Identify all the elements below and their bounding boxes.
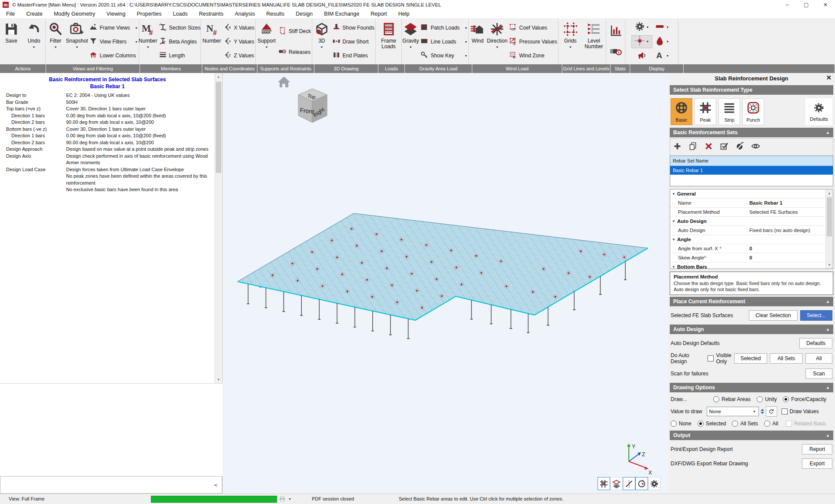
visible-only-checkbox[interactable] (708, 355, 714, 361)
menu-properties[interactable]: Properties (137, 11, 161, 17)
undo-button[interactable]: Undo▼ (23, 19, 45, 64)
scroll-down-icon[interactable]: ▼ (215, 376, 222, 383)
scope-all-sets-radio[interactable] (732, 421, 738, 427)
defaults-button[interactable]: Defaults (805, 98, 832, 125)
view-filters-button[interactable]: View Filters▼ (89, 37, 138, 46)
chevron-down-icon[interactable]: ▼ (462, 54, 468, 57)
chevron-down-icon[interactable]: ▼ (147, 46, 150, 49)
property-group-auto-design[interactable]: ▼Auto Design (670, 217, 826, 226)
property-grid-scrollbar[interactable]: ▲ ▼ (825, 189, 833, 269)
select-surfaces-button[interactable]: Select... (800, 310, 832, 321)
chevron-down-icon[interactable]: ▼ (670, 192, 677, 196)
menu-bim-exchange[interactable]: BIM Exchange (324, 11, 359, 17)
add-set-button[interactable] (673, 142, 682, 153)
menu-file[interactable]: File (6, 11, 15, 17)
property-group-angle[interactable]: ▼Angle (670, 235, 826, 244)
property-row-auto-design[interactable]: Auto DesignFixed bars (no auto design) (670, 226, 826, 235)
value-spinner[interactable] (761, 409, 764, 414)
section-drawing-options[interactable]: Drawing Options▲ (670, 383, 833, 392)
number-button[interactable]: M#Number▼ (138, 19, 158, 64)
menu-create[interactable]: Create (26, 11, 43, 17)
gear-button[interactable]: ▼ (632, 21, 652, 33)
close-button[interactable]: ✕ (816, 0, 835, 10)
copy-set-button[interactable] (688, 142, 698, 153)
report-scrollbar[interactable]: ▲ ▼ (214, 73, 222, 383)
support-button[interactable]: Support▼ (256, 19, 277, 64)
grids-button[interactable]: Grids▼ (559, 19, 582, 64)
menu-analysis[interactable]: Analysis (235, 11, 255, 17)
show-founds-button[interactable]: Show Founds (332, 23, 374, 33)
select-sets-button[interactable] (720, 142, 729, 153)
chevron-down-icon[interactable]: ▼ (670, 265, 677, 269)
all-button[interactable]: All (805, 353, 832, 364)
chevron-down-icon[interactable]: ▼ (666, 54, 669, 57)
panel-close-icon[interactable]: ✕ (826, 74, 832, 82)
menu-help[interactable]: Help (398, 11, 410, 17)
end-plates-button[interactable]: End Plates (332, 51, 374, 60)
collapse-panel-button[interactable]: < (214, 482, 217, 488)
chevron-down-icon[interactable]: ▼ (569, 46, 572, 49)
menu-design[interactable]: Design (296, 11, 313, 17)
type-strip-button[interactable]: Strip (718, 98, 740, 125)
type-basic-button[interactable]: Basic (671, 98, 692, 125)
chevron-down-icon[interactable]: ▼ (666, 40, 669, 43)
3d-button[interactable]: 3D▼ (312, 19, 331, 64)
level-number-button[interactable]: Level Number (582, 19, 606, 64)
chevron-down-icon[interactable]: ▼ (409, 46, 412, 49)
scrollbar-thumb[interactable] (216, 82, 221, 173)
wind-button[interactable]: Wind (469, 19, 486, 64)
chevron-down-icon[interactable]: ▼ (646, 26, 649, 29)
type-punch-button[interactable]: Punch (742, 98, 764, 125)
scroll-up-icon[interactable]: ▲ (826, 189, 833, 197)
draw-values-checkbox[interactable] (782, 408, 788, 414)
section-sizes-button[interactable]: Section Sizes (159, 23, 201, 33)
scroll-up-icon[interactable]: ▲ (215, 73, 222, 80)
draw-unity-radio[interactable] (757, 396, 763, 402)
property-row-skew-angle[interactable]: Skew Angle°0 (670, 253, 826, 262)
value-dropdown[interactable]: None▼ (707, 407, 759, 416)
crosshair-button[interactable]: ▼ (632, 36, 652, 48)
letter-a-button[interactable]: A▼ (652, 50, 672, 62)
defaults-button[interactable]: Defaults (799, 338, 832, 348)
chevron-down-icon[interactable]: ▼ (462, 27, 468, 30)
length-button[interactable]: Length (159, 51, 201, 60)
save-button[interactable]: Save (0, 19, 23, 64)
releases-button[interactable]: Releases (278, 47, 311, 57)
refresh-button[interactable] (766, 406, 777, 417)
property-row-placement-method[interactable]: Placement MethodSelected FE Surfaces (670, 208, 826, 217)
draw-force-capacity-radio[interactable] (783, 396, 789, 402)
viewport-settings-button[interactable] (648, 477, 661, 490)
chevron-down-icon[interactable]: ▼ (132, 40, 138, 43)
frame-views-button[interactable]: Frame Views▼ (89, 23, 138, 33)
coef-values-button[interactable]: CPCoef Values (509, 23, 557, 33)
property-group-bottom-bars[interactable]: ▼Bottom Bars (670, 262, 826, 269)
stats-info-button[interactable]: i (609, 45, 622, 60)
scope-selected-radio[interactable] (698, 421, 704, 427)
snapshot-button[interactable]: Snapshot▼ (66, 19, 89, 64)
scrollbar-thumb[interactable] (827, 197, 832, 236)
visibility-button[interactable] (751, 142, 760, 153)
toggle-grid-button[interactable] (598, 477, 610, 490)
x-values-button[interactable]: XX Values (224, 23, 254, 33)
chevron-down-icon[interactable]: ▼ (462, 40, 468, 43)
scope-all-radio[interactable] (764, 421, 770, 427)
menu-viewing[interactable]: Viewing (107, 11, 126, 17)
property-row-name[interactable]: NameBasic Rebar 1 (670, 199, 826, 208)
stats-chart-button[interactable] (609, 24, 622, 39)
draw-short-button[interactable]: Draw Short (332, 37, 374, 46)
beta-angles-button[interactable]: Beta Angles (159, 37, 201, 46)
droplet-button[interactable]: ▼ (652, 36, 672, 48)
chevron-down-icon[interactable]: ▼ (646, 40, 649, 43)
export-button[interactable]: Export (802, 458, 832, 469)
line-loads-button[interactable]: Line Loads▼ (420, 37, 468, 46)
section-auto-design[interactable]: Auto Design▲ (670, 325, 833, 334)
printer-icon[interactable] (279, 495, 286, 503)
frame-loads-button[interactable]: Frame Loads (377, 19, 401, 64)
gravity-button[interactable]: Gravity▼ (402, 19, 419, 64)
chevron-down-icon[interactable]: ▼ (265, 46, 268, 49)
printer-dropdown-icon[interactable]: ▼ (288, 497, 291, 501)
section-cut-button[interactable] (623, 477, 635, 490)
layers-button[interactable] (610, 477, 623, 490)
property-row-angle-from-surf-x[interactable]: Angle from surf. X °0 (670, 244, 826, 253)
chevron-down-icon[interactable]: ▼ (75, 46, 78, 49)
